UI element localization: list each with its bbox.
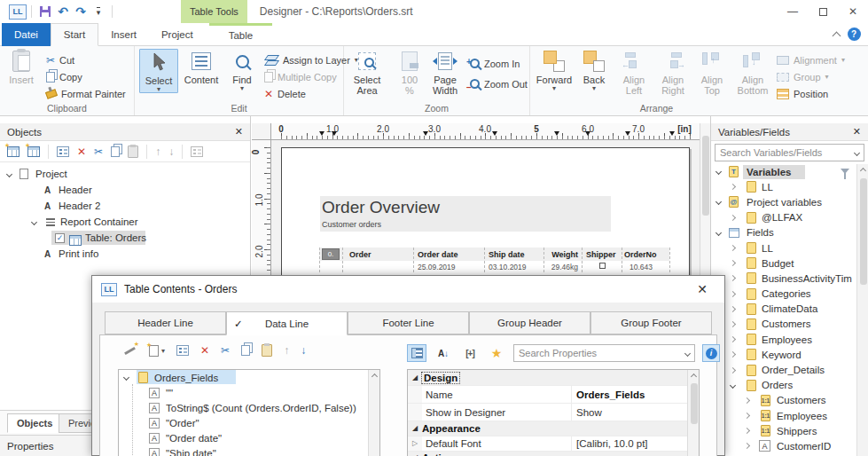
move-up-icon[interactable]: ↑: [155, 146, 160, 157]
page-width-button[interactable]: Page Width: [426, 49, 465, 96]
property-category-design[interactable]: ◢ Design: [408, 370, 699, 386]
tree-item-orders-fields[interactable]: Orders_Fields: [119, 370, 379, 385]
tab-start[interactable]: Start: [51, 23, 98, 46]
vars-item[interactable]: Order_Details: [711, 362, 868, 377]
align-left-button[interactable]: ← Align Left: [615, 49, 653, 96]
scroll-up-icon[interactable]: [857, 164, 868, 176]
vars-item[interactable]: Keyword: [711, 347, 868, 362]
group-button[interactable]: Group▾: [777, 68, 845, 85]
ruler-marker[interactable]: [332, 131, 337, 136]
close-panel-button[interactable]: ✕: [853, 126, 861, 138]
tree-item-report-container[interactable]: Report Container: [0, 214, 250, 230]
tab-header-line[interactable]: Header Line: [105, 311, 226, 334]
cut-icon[interactable]: ✂: [221, 345, 230, 356]
tab-table[interactable]: Table: [209, 23, 273, 46]
vars-item[interactable]: LL: [711, 240, 868, 256]
tree-item-project[interactable]: Project: [0, 166, 250, 182]
tab-data-line[interactable]: ✓Data Line: [226, 311, 348, 335]
vars-item[interactable]: Customers: [711, 317, 868, 332]
alignment-button[interactable]: Alignment▾: [777, 51, 845, 68]
move-down-icon[interactable]: ↓: [168, 146, 174, 157]
tab-group-header[interactable]: Group Header: [469, 311, 590, 334]
variables-search-input[interactable]: [716, 145, 864, 161]
row-drag-handle[interactable]: 0.: [322, 248, 340, 260]
tab-project[interactable]: Project: [149, 23, 206, 46]
insert-button[interactable]: Insert: [2, 49, 41, 85]
property-category-action[interactable]: ◢ Action: [408, 452, 699, 456]
tab-insert[interactable]: Insert: [98, 23, 149, 46]
dialog-titlebar[interactable]: LL Table Contents - Orders ✕: [92, 276, 724, 303]
select-button[interactable]: Select ▾: [139, 49, 178, 93]
cut-button[interactable]: ✂Cut: [46, 51, 126, 68]
move-up-icon[interactable]: ↑: [284, 345, 289, 356]
close-panel-button[interactable]: ✕: [235, 126, 243, 138]
align-right-button[interactable]: → Align Right: [654, 49, 692, 96]
back-button[interactable]: Back ▾: [576, 49, 612, 91]
properties-search-input[interactable]: [514, 345, 694, 361]
tree-item-column[interactable]: A"": [119, 385, 379, 400]
scrollbar-thumb[interactable]: [860, 178, 867, 285]
copy-icon[interactable]: [241, 345, 250, 356]
align-top-button[interactable]: ↑ Align Top: [693, 49, 731, 96]
properties-icon[interactable]: [176, 345, 189, 356]
edit-formula-icon[interactable]: [123, 344, 137, 357]
format-painter-button[interactable]: Format Painter: [46, 85, 126, 102]
properties-icon[interactable]: [57, 146, 69, 157]
favorites-button[interactable]: ★: [487, 344, 506, 362]
properties-search[interactable]: [513, 344, 695, 362]
categorized-view-button[interactable]: [407, 344, 426, 362]
delete-icon[interactable]: ✕: [77, 146, 86, 157]
vars-item[interactable]: ACustomerID: [711, 438, 868, 453]
tree-item-print-info[interactable]: A Print info: [0, 246, 250, 262]
ruler-marker[interactable]: [669, 131, 675, 136]
collapse-ribbon-button[interactable]: [827, 26, 845, 43]
tree-item-column[interactable]: A"Ship date": [119, 445, 379, 456]
position-button[interactable]: Position: [777, 85, 845, 102]
find-button[interactable]: Find ▾: [223, 49, 262, 91]
vars-item-fields[interactable]: Fields: [711, 225, 868, 240]
variables-search[interactable]: [715, 144, 864, 161]
vars-item[interactable]: 1:1Employees: [711, 408, 868, 423]
ruler-marker[interactable]: [423, 131, 428, 136]
sort-alphabetical-button[interactable]: A↓: [434, 344, 453, 362]
ruler-marker[interactable]: [319, 131, 325, 136]
bottom-tab-objects[interactable]: Objects: [7, 413, 62, 433]
ruler-marker[interactable]: [492, 131, 497, 136]
select-area-button[interactable]: Select Area: [348, 49, 387, 96]
property-row-default-font[interactable]: ▷ Default Font [Calibri, 10.0 pt]: [408, 436, 699, 452]
expand-all-button[interactable]: [+]: [460, 344, 480, 362]
delete-icon[interactable]: ✕: [200, 345, 209, 356]
maximize-button[interactable]: [808, 2, 838, 21]
forward-button[interactable]: Forward ▾: [534, 49, 575, 91]
paste-icon[interactable]: [128, 145, 138, 158]
help-button[interactable]: ?: [845, 26, 863, 43]
grid-scrollbar[interactable]: [687, 370, 699, 456]
tab-footer-line[interactable]: Footer Line: [348, 311, 469, 334]
vars-item[interactable]: LL: [711, 179, 868, 194]
quick-access-customize-button[interactable]: ▾: [90, 3, 107, 20]
tree-item-table-orders[interactable]: ✓ Table: Orders: [0, 230, 250, 246]
zoom-out-button[interactable]: −Zoom Out: [470, 75, 528, 92]
content-button[interactable]: Content: [182, 49, 221, 85]
zoom-in-button[interactable]: +Zoom In: [470, 55, 528, 72]
add-table-line-icon[interactable]: [27, 146, 40, 157]
undo-button[interactable]: ↶: [54, 3, 72, 20]
scroll-up-icon[interactable]: [369, 370, 380, 381]
rename-icon[interactable]: [191, 146, 203, 157]
copy-icon[interactable]: [111, 146, 120, 157]
tree-item-column[interactable]: AToString$ (Count (Orders.OrderID, False…: [119, 400, 379, 415]
ruler-marker[interactable]: [585, 131, 590, 136]
scrollbar-thumb[interactable]: [691, 383, 698, 424]
tree-item-header2[interactable]: A Header 2: [0, 198, 250, 214]
table-tools-contextual-tab[interactable]: Table Tools: [181, 0, 247, 23]
close-button[interactable]: ✕: [838, 2, 868, 21]
vars-item[interactable]: ClimateData: [711, 302, 868, 317]
zoom-100-button[interactable]: 100 %: [390, 49, 429, 96]
add-table-icon[interactable]: [7, 146, 20, 157]
dialog-close-button[interactable]: ✕: [689, 282, 716, 296]
scrollbar-thumb[interactable]: [702, 136, 709, 216]
vars-item[interactable]: @Project variables: [711, 194, 868, 209]
vars-item[interactable]: 1:1Shippers: [711, 423, 868, 438]
cut-icon[interactable]: ✂: [94, 146, 103, 157]
align-bottom-button[interactable]: ↓ Align Bottom: [732, 49, 773, 96]
